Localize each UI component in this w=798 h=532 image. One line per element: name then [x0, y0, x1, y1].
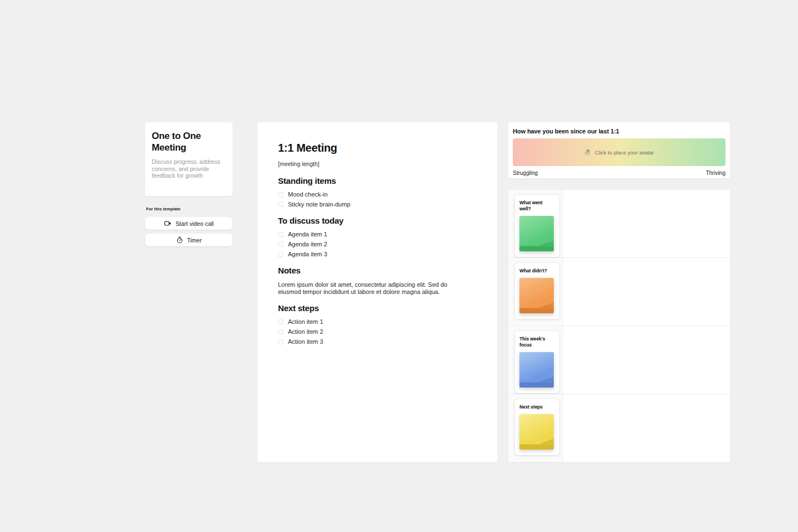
start-video-call-button[interactable]: Start video call [145, 217, 233, 230]
checklist-item-label: Sticky note brain-dump [288, 202, 351, 208]
board-row-next-steps: Next steps [508, 394, 730, 462]
checklist-item-label: Agenda item 3 [288, 251, 327, 257]
board-row-this-weeks-focus: This week's focus [508, 326, 730, 394]
sticky-card-this-weeks-focus[interactable]: This week's focus [515, 331, 559, 393]
checklist-item[interactable]: Action item 3 [278, 339, 477, 345]
doc-title: 1:1 Meeting [278, 142, 477, 154]
meeting-document[interactable]: 1:1 Meeting [meeting length] Standing it… [258, 122, 497, 462]
section-heading-next-steps: Next steps [278, 303, 477, 313]
sticky-card-what-went-well[interactable]: What went well? [515, 195, 559, 257]
board-prompt-cell: What went well? [508, 190, 563, 257]
video-camera-icon [164, 220, 172, 227]
checklist-item[interactable]: Action item 1 [278, 319, 477, 325]
doc-meeting-length: [meeting length] [278, 161, 477, 167]
checklist-item[interactable]: Sticky note brain-dump [278, 202, 477, 208]
checkbox[interactable] [278, 252, 283, 257]
notes-paragraph: Lorem ipsum dolor sit amet, consectetur … [278, 281, 470, 295]
mood-slider[interactable]: Click to place your avatar [513, 138, 725, 166]
template-sidebar: One to One Meeting Discuss progress, add… [145, 122, 233, 246]
sticky-note-pad-orange [519, 278, 554, 313]
for-this-template-label: For this template [146, 206, 233, 211]
board-prompt-cell: Next steps [508, 394, 563, 462]
board-canvas-cell[interactable] [563, 190, 730, 257]
sticky-card-title: This week's focus [519, 336, 555, 348]
section-heading-standing-items: Standing items [278, 176, 477, 185]
mood-check-panel: How have you been since our last 1:1 Cli… [508, 122, 730, 178]
board-canvas-cell[interactable] [563, 258, 730, 326]
sticky-card-title: What went well? [519, 200, 555, 212]
board-row-what-went-well: What went well? [508, 190, 730, 258]
template-title: One to One Meeting [152, 130, 226, 153]
start-video-call-label: Start video call [176, 220, 214, 227]
section-heading-notes: Notes [278, 266, 477, 275]
checkbox[interactable] [278, 202, 283, 207]
board-prompt-cell: What didn't? [508, 258, 563, 326]
board-canvas-cell[interactable] [563, 394, 730, 462]
sticky-note-pad-green [519, 216, 554, 251]
checkbox[interactable] [278, 232, 283, 237]
checklist-item-label: Agenda item 1 [288, 231, 327, 237]
checklist-item[interactable]: Mood check-in [278, 192, 477, 198]
mood-panel-title: How have you been since our last 1:1 [513, 128, 725, 135]
timer-label: Timer [187, 237, 202, 244]
sticky-card-next-steps[interactable]: Next steps [515, 399, 559, 455]
board-canvas-cell[interactable] [563, 326, 730, 394]
checklist-item-label: Mood check-in [288, 192, 328, 198]
checklist-item-label: Action item 2 [288, 329, 323, 335]
checkbox[interactable] [278, 329, 283, 334]
hand-pointer-icon [584, 149, 591, 156]
sticky-note-pad-blue [519, 352, 554, 388]
checklist-item[interactable]: Action item 2 [278, 329, 477, 335]
section-heading-to-discuss-today: To discuss today [278, 216, 477, 225]
timer-button[interactable]: Timer [145, 234, 233, 246]
checklist-item-label: Agenda item 2 [288, 241, 327, 247]
sticky-card-title: What didn't? [519, 268, 555, 274]
sticky-note-pad-yellow [519, 414, 554, 450]
template-description: Discuss progress, address concerns, and … [152, 158, 226, 179]
checklist-item[interactable]: Agenda item 3 [278, 251, 477, 257]
checkbox[interactable] [278, 192, 283, 197]
board-row-what-didnt: What didn't? [508, 258, 730, 326]
timer-icon [176, 236, 183, 244]
board-prompt-cell: This week's focus [508, 326, 563, 394]
sticky-note-board: What went well? What didn't? This week's… [508, 190, 730, 462]
checkbox[interactable] [278, 242, 283, 247]
checklist-item[interactable]: Agenda item 2 [278, 241, 477, 247]
checklist-item[interactable]: Agenda item 1 [278, 231, 477, 237]
mood-placeholder-text: Click to place your avatar [595, 149, 654, 156]
checklist-item-label: Action item 1 [288, 319, 323, 325]
sticky-card-title: Next steps [519, 404, 555, 410]
template-info-card: One to One Meeting Discuss progress, add… [145, 122, 233, 196]
checklist-item-label: Action item 3 [288, 339, 323, 345]
sticky-card-what-didnt[interactable]: What didn't? [515, 263, 559, 319]
checkbox[interactable] [278, 339, 283, 344]
mood-label-thriving: Thriving [706, 170, 725, 176]
mood-label-struggling: Struggling [513, 170, 538, 176]
checkbox[interactable] [278, 319, 283, 324]
